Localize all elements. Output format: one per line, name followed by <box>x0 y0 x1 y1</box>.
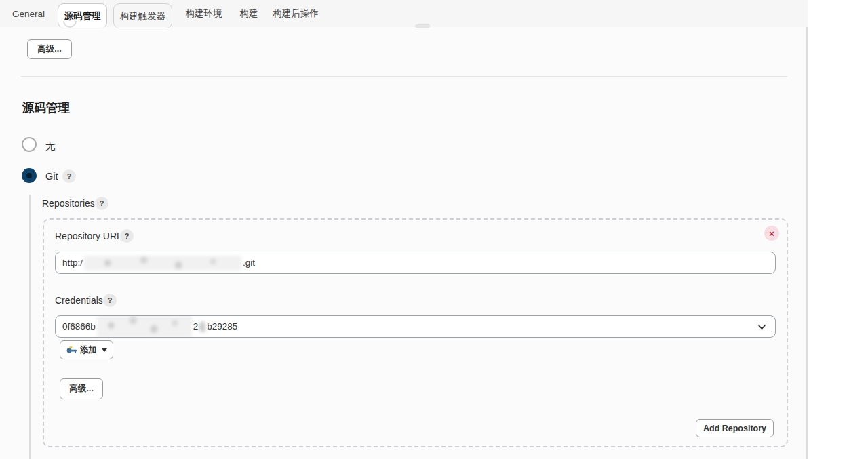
redacted-credentials-segment <box>199 321 205 332</box>
jenkins-config-page: General 源码管理 构建触发器 构建环境 构建 构建后操作 高级... 源… <box>0 0 868 459</box>
scm-radio-none[interactable] <box>22 137 37 152</box>
repository-url-value-prefix: http:/ <box>62 258 83 268</box>
repository-url-input[interactable]: http:/.git <box>55 252 776 274</box>
advanced-button-repository[interactable]: 高级... <box>60 378 103 399</box>
tab-build-environment[interactable]: 构建环境 <box>185 0 222 27</box>
key-icon <box>66 346 77 354</box>
tab-build[interactable]: 构建 <box>239 0 258 27</box>
tab-general[interactable]: General <box>14 0 43 27</box>
config-content-panel: General 源码管理 构建触发器 构建环境 构建 构建后操作 高级... 源… <box>0 0 808 459</box>
delete-repository-icon[interactable]: × <box>764 226 779 241</box>
repository-url-value-suffix: .git <box>243 258 255 268</box>
add-credentials-label: 添加 <box>80 344 97 356</box>
advanced-button-top[interactable]: 高级... <box>27 39 72 59</box>
add-repository-button[interactable]: Add Repository <box>696 419 774 437</box>
credentials-help-icon[interactable]: ? <box>103 294 117 307</box>
credentials-label: Credentials <box>55 295 103 306</box>
redacted-credentials-segment <box>97 315 192 338</box>
caret-down-icon <box>102 348 107 352</box>
repositories-label: Repositories <box>42 198 95 209</box>
add-credentials-button[interactable]: 添加 <box>60 340 113 359</box>
git-section-indent-line <box>29 195 31 459</box>
repository-url-help-icon[interactable]: ? <box>120 229 134 243</box>
scm-section-heading: 源码管理 <box>22 100 70 116</box>
tab-post-build-actions[interactable]: 构建后操作 <box>277 0 315 27</box>
tab-build-triggers[interactable]: 构建触发器 <box>113 3 172 28</box>
redacted-url-segment <box>84 256 241 271</box>
scm-radio-git-label[interactable]: Git <box>45 171 58 182</box>
chevron-down-icon <box>757 322 767 332</box>
repositories-help-icon[interactable]: ? <box>95 197 108 210</box>
credentials-value-prefix: 0f6866b <box>62 321 96 332</box>
credentials-value-suffix: b29285 <box>207 321 237 332</box>
scm-radio-git[interactable] <box>22 168 37 183</box>
scm-radio-none-label[interactable]: 无 <box>45 140 56 153</box>
scrolled-content-remnant <box>415 24 430 28</box>
config-section-tabbar: General 源码管理 构建触发器 构建环境 构建 构建后操作 <box>0 0 808 27</box>
credentials-select[interactable]: 0f6866b2b29285 <box>55 315 776 338</box>
page-right-gutter <box>809 0 868 459</box>
section-divider <box>21 76 787 77</box>
git-help-icon[interactable]: ? <box>62 169 76 183</box>
repository-url-label: Repository URL <box>55 231 122 241</box>
credentials-value-mid: 2 <box>193 321 199 332</box>
